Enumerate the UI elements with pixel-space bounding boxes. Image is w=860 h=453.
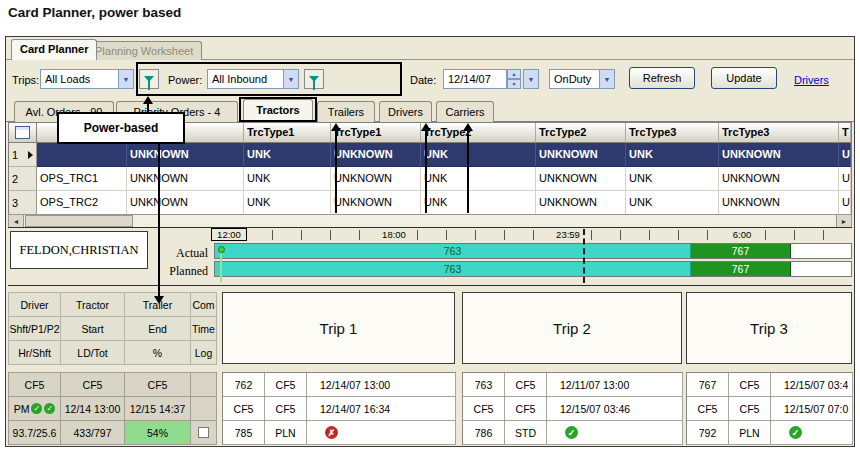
grid-cell[interactable]: UNKNOWN (536, 143, 626, 167)
grid-header-cell[interactable]: TrcType2 (536, 123, 626, 143)
grid-cell[interactable]: OPS_TRC2 (37, 191, 127, 215)
row-number-cell[interactable]: 2 (9, 167, 37, 191)
card-cell: CF5 (265, 397, 307, 421)
grid-cell[interactable]: UNKNOWN (719, 191, 839, 215)
grid-cell[interactable]: UNKNOWN (719, 143, 839, 167)
actual-timeline-track: 763 767 (214, 243, 852, 259)
trip-3-header[interactable]: Trip 3 (686, 292, 852, 364)
planned-trip-bar[interactable]: 767 (691, 262, 791, 276)
label-cell: Shft/P1/P2 (9, 317, 61, 341)
status-cell (771, 421, 853, 445)
grid-cell[interactable]: UNK (421, 191, 536, 215)
grid-header-cell[interactable]: TrcType2 (421, 123, 536, 143)
grid-cell[interactable]: UNK (421, 143, 536, 167)
trip-2-card[interactable]: 763 CF5 12/11/07 13:00 CF5 CF5 12/15/07 … (462, 372, 683, 445)
spin-up-icon[interactable] (507, 69, 521, 79)
actual-trip-bar[interactable]: 767 (691, 244, 791, 258)
card-cell: 12/15/07 03:46 (547, 397, 683, 421)
grid-header-cell[interactable]: T (839, 123, 851, 143)
row-number-cell[interactable]: 1 (9, 143, 37, 167)
drivers-link[interactable]: Drivers (794, 74, 829, 86)
chevron-down-icon[interactable] (118, 70, 133, 88)
card-cell: PLN (265, 421, 307, 445)
grid-header-cell[interactable]: TrcType1 (331, 123, 421, 143)
trip-1-header[interactable]: Trip 1 (222, 292, 455, 364)
tab-trailers[interactable]: Trailers (317, 101, 375, 122)
grid-cell[interactable]: OPS_TRC1 (37, 167, 127, 191)
grid-cell[interactable]: UNK (626, 191, 719, 215)
refresh-button[interactable]: Refresh (629, 67, 695, 89)
trips-label: Trips: (12, 74, 39, 86)
grid-header-cell[interactable]: TrcType3 (719, 123, 839, 143)
chevron-down-icon[interactable] (599, 70, 614, 88)
grid-cell[interactable] (37, 143, 127, 167)
tab-card-planner[interactable]: Card Planner (11, 39, 97, 60)
spin-down-icon[interactable] (507, 79, 521, 89)
card-cell: STD (505, 421, 547, 445)
scrollbar-thumb[interactable] (25, 215, 133, 227)
actual-trip-bar[interactable]: 763 (215, 244, 691, 258)
scroll-left-icon[interactable] (9, 215, 24, 227)
date-dropdown-button[interactable] (523, 69, 539, 89)
grid-horizontal-scrollbar[interactable] (8, 214, 852, 228)
grid-cell[interactable]: UNKNOWN (536, 167, 626, 191)
grid-select-all-button[interactable] (9, 123, 37, 143)
grid-cell[interactable]: UNKNOWN (127, 143, 244, 167)
grid-cell[interactable]: UN (839, 167, 851, 191)
ruler-tick-label: 23:59 (548, 228, 588, 241)
card-cell: 763 (463, 373, 505, 397)
grid-cell[interactable]: U (839, 143, 851, 167)
arrow-line (425, 131, 427, 213)
grid-cell[interactable]: UNK (421, 167, 536, 191)
tab-planning-worksheet[interactable]: Planning Worksheet (86, 41, 202, 60)
driver-card[interactable]: CF5 CF5 CF5 PM 12/14 13:00 12/15 14:37 9… (8, 372, 217, 445)
grid-cell[interactable]: UNKNOWN (536, 191, 626, 215)
arrow-up-icon (421, 123, 431, 131)
grid-cell[interactable]: UNK (626, 167, 719, 191)
arrow-down-icon (154, 296, 164, 304)
grid-header-cell[interactable]: TrcType3 (626, 123, 719, 143)
grid-cell[interactable]: UNKNOWN (127, 191, 244, 215)
card-cell: 785 (223, 421, 265, 445)
tab-drivers[interactable]: Drivers (379, 101, 432, 122)
tractors-annotation-rect (239, 97, 317, 122)
current-row-icon (28, 151, 33, 159)
trip-1-card[interactable]: 762 CF5 12/14/07 13:00 CF5 CF5 12/14/07 … (222, 372, 456, 445)
card-cell: CF5 (729, 373, 771, 397)
log-checkbox[interactable] (198, 427, 209, 438)
date-spinner[interactable] (507, 69, 521, 89)
label-cell: End (125, 317, 191, 341)
ok-status-icon (789, 426, 802, 439)
percent-cell: 54% (125, 421, 191, 445)
card-cell: 12/14 13:00 (61, 397, 125, 421)
grid-cell[interactable]: UNKNOWN (331, 143, 421, 167)
grid-cell[interactable]: UNK (244, 191, 331, 215)
trip-2-header[interactable]: Trip 2 (462, 292, 682, 364)
duty-combo-value: OnDuty (550, 73, 599, 85)
grid-cell[interactable]: UNKNOWN (331, 167, 421, 191)
card-cell: CF5 (505, 373, 547, 397)
date-label: Date: (410, 74, 436, 86)
trip-3-card[interactable]: 767 CF5 12/15/07 03:4 CF5 CF5 12/15/07 0… (686, 372, 853, 445)
scroll-right-icon[interactable] (836, 215, 851, 227)
grid-cell[interactable]: UNKNOWN (127, 167, 244, 191)
planned-trip-bar[interactable]: 763 (215, 262, 691, 276)
duty-combo[interactable]: OnDuty (549, 69, 615, 89)
arrow-up-icon (143, 96, 153, 104)
label-cell: Com (191, 293, 217, 317)
grid-cell[interactable]: UNKNOWN (331, 191, 421, 215)
log-cell (191, 421, 217, 445)
grid-cell[interactable]: UNKNOWN (719, 167, 839, 191)
trips-combo[interactable]: All Loads (40, 69, 134, 89)
card-cell: CF5 (265, 373, 307, 397)
card-cell: 12/14/07 13:00 (307, 373, 456, 397)
row-number-cell[interactable]: 3 (9, 191, 37, 215)
grid-header-cell[interactable]: TrcType1 (244, 123, 331, 143)
grid-cell[interactable]: UN (839, 191, 851, 215)
grid-cell[interactable]: UNK (626, 143, 719, 167)
update-button[interactable]: Update (711, 67, 777, 89)
grid-cell[interactable]: UNK (244, 167, 331, 191)
date-field[interactable]: 12/14/07 (443, 69, 507, 89)
grid-cell[interactable]: UNK (244, 143, 331, 167)
tab-carriers[interactable]: Carriers (436, 101, 494, 122)
